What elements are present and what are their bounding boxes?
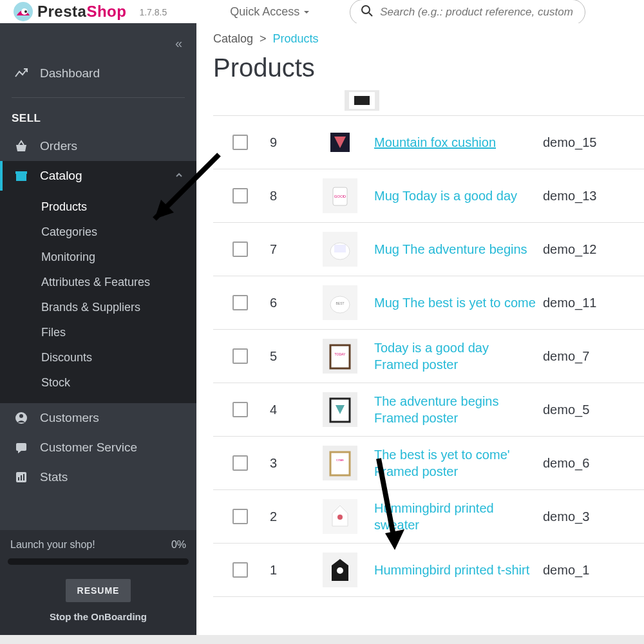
onboard-launch-label: Launch your shop!: [10, 539, 95, 551]
sidebar: « Dashboard SELL Orders Catalog Products…: [0, 23, 196, 635]
user-circle-icon: [14, 411, 28, 425]
svg-rect-5: [16, 174, 26, 181]
svg-rect-10: [18, 477, 19, 480]
svg-rect-28: [330, 345, 350, 368]
product-name-link[interactable]: The adventure begins Framed poster: [374, 393, 543, 426]
divider: [12, 97, 185, 98]
row-checkbox[interactable]: [232, 402, 248, 417]
product-thumbnail[interactable]: BEST: [323, 285, 357, 320]
sidebar-item-label: Customers: [40, 411, 99, 425]
svg-text:BEST: BEST: [336, 301, 344, 305]
row-checkbox[interactable]: [232, 348, 248, 364]
collapse-sidebar-button[interactable]: «: [0, 36, 196, 59]
onboard-progress-bar: [8, 558, 189, 565]
quick-access-label: Quick Access: [230, 5, 299, 19]
logo[interactable]: PrestaShop: [13, 1, 126, 22]
row-checkbox[interactable]: [232, 562, 248, 578]
row-checkbox[interactable]: [232, 188, 248, 204]
row-checkbox[interactable]: [232, 135, 248, 150]
sidebar-item-customers[interactable]: Customers: [0, 403, 196, 433]
product-reference: demo_5: [543, 402, 589, 417]
product-name-link[interactable]: Today is a good day Framed poster: [374, 339, 543, 373]
breadcrumb-products[interactable]: Products: [273, 32, 319, 46]
resume-button[interactable]: RESUME: [66, 579, 131, 602]
product-name-link[interactable]: Mug The best is yet to come: [374, 294, 543, 311]
product-thumbnail[interactable]: [323, 125, 357, 160]
footer-strip: [0, 635, 644, 644]
stop-onboarding-link[interactable]: Stop the OnBoarding: [8, 611, 189, 622]
submenu-item-attributes[interactable]: Attributes & Features: [0, 270, 196, 295]
quick-access-dropdown[interactable]: Quick Access: [230, 5, 310, 19]
product-thumbnail[interactable]: [323, 392, 357, 427]
annotation-arrow-icon: [129, 148, 232, 254]
row-id: 1: [248, 563, 323, 578]
top-bar: PrestaShop 1.7.8.5 Quick Access: [0, 0, 644, 23]
products-table: 9Mountain fox cushiondemo_158GOODMug Tod…: [213, 90, 644, 597]
svg-point-7: [19, 414, 23, 418]
search-icon: [361, 5, 374, 20]
logo-text: PrestaShop: [37, 3, 126, 21]
product-thumbnail[interactable]: GOOD: [323, 178, 357, 213]
submenu-item-files[interactable]: Files: [0, 320, 196, 345]
sidebar-item-label: Customer Service: [40, 440, 137, 455]
svg-rect-12: [23, 474, 24, 480]
caret-down-icon: [303, 5, 310, 19]
product-reference: demo_13: [543, 189, 596, 204]
submenu-item-stock[interactable]: Stock: [0, 370, 196, 395]
search-box[interactable]: [350, 0, 585, 25]
sidebar-item-dashboard[interactable]: Dashboard: [0, 59, 196, 88]
search-input[interactable]: [380, 6, 574, 19]
breadcrumb: Catalog > Products: [213, 32, 644, 46]
trending-up-icon: [14, 66, 28, 80]
sidebar-item-label: Orders: [40, 139, 77, 153]
onboarding-panel: Launch your shop! 0% RESUME Stop the OnB…: [0, 530, 196, 635]
row-checkbox[interactable]: [232, 455, 248, 471]
svg-text:GOOD: GOOD: [334, 194, 346, 198]
sidebar-item-stats[interactable]: Stats: [0, 462, 196, 492]
row-id: 6: [248, 296, 323, 310]
sidebar-item-label: Catalog: [40, 169, 82, 183]
row-checkbox[interactable]: [232, 295, 248, 310]
svg-marker-43: [385, 529, 404, 550]
submenu-item-discounts[interactable]: Discounts: [0, 345, 196, 370]
table-row: 9Mountain fox cushiondemo_15: [213, 116, 644, 169]
product-thumbnail[interactable]: [323, 553, 357, 587]
product-thumbnail[interactable]: [323, 499, 357, 534]
version-label: 1.7.8.5: [139, 7, 167, 17]
table-row: 2Hummingbird printed sweaterdemo_3: [213, 490, 644, 544]
product-reference: demo_3: [543, 509, 589, 524]
onboard-percent: 0%: [171, 539, 186, 551]
product-thumbnail[interactable]: COME: [323, 446, 357, 480]
sidebar-item-label: Dashboard: [40, 66, 100, 80]
product-reference: demo_15: [543, 135, 596, 150]
product-name-link[interactable]: Mug Today is a good day: [374, 187, 543, 204]
table-row: 7Mug The adventure beginsdemo_12: [213, 223, 644, 276]
store-icon: [14, 169, 28, 183]
svg-rect-23: [334, 245, 346, 252]
product-name-link[interactable]: Mountain fox cushion: [374, 134, 543, 151]
row-id: 3: [248, 456, 323, 471]
row-id: 5: [248, 349, 323, 364]
sidebar-section-sell: SELL: [0, 107, 196, 131]
table-row: 1Hummingbird printed t-shirtdemo_1: [213, 544, 644, 597]
svg-point-3: [362, 6, 370, 14]
product-thumbnail: [345, 90, 379, 111]
svg-point-39: [337, 567, 343, 574]
sidebar-item-customer-service[interactable]: Customer Service: [0, 433, 196, 462]
product-reference: demo_1: [543, 563, 589, 578]
table-row: 8GOODMug Today is a good daydemo_13: [213, 169, 644, 223]
row-checkbox[interactable]: [232, 509, 248, 524]
svg-rect-8: [16, 443, 26, 451]
svg-line-42: [379, 459, 395, 542]
row-checkbox[interactable]: [232, 242, 248, 257]
sidebar-item-label: Stats: [40, 470, 68, 484]
product-thumbnail[interactable]: TODAY: [323, 339, 357, 374]
annotation-arrow-icon: [366, 452, 424, 571]
product-name-link[interactable]: Mug The adventure begins: [374, 241, 543, 258]
breadcrumb-catalog[interactable]: Catalog: [213, 32, 253, 46]
product-thumbnail[interactable]: [323, 232, 357, 267]
chat-icon: [14, 440, 28, 455]
svg-text:COME: COME: [336, 459, 344, 462]
submenu-item-brands[interactable]: Brands & Suppliers: [0, 295, 196, 320]
svg-point-37: [337, 515, 343, 520]
